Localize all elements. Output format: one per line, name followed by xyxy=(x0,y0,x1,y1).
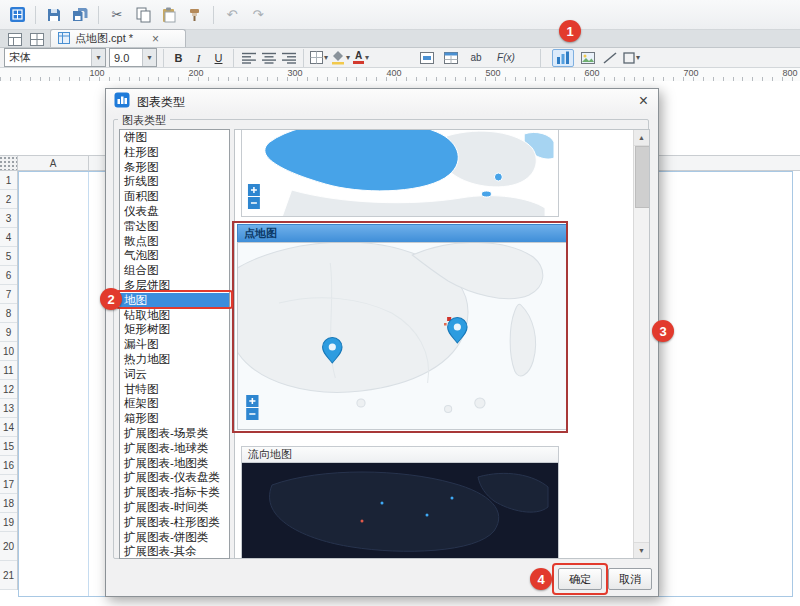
chart-type-item[interactable]: 框架图 xyxy=(120,396,229,411)
fill-color-button[interactable]: ▾ xyxy=(331,50,350,65)
paste-icon[interactable] xyxy=(158,4,180,26)
row-header[interactable]: 6 xyxy=(0,266,17,285)
row-header[interactable]: 10 xyxy=(0,342,17,361)
align-center-icon[interactable] xyxy=(260,50,277,66)
chart-type-item[interactable]: 甘特图 xyxy=(120,382,229,397)
insert-shape-button[interactable]: ▾ xyxy=(623,52,640,64)
save-all-icon[interactable] xyxy=(69,4,91,26)
chart-type-item[interactable]: 热力地图 xyxy=(120,352,229,367)
chevron-down-icon[interactable]: ▾ xyxy=(365,53,369,62)
format-painter-icon[interactable] xyxy=(184,4,206,26)
chart-type-item[interactable]: 组合图 xyxy=(120,263,229,278)
chart-type-item[interactable]: 散点图 xyxy=(120,234,229,249)
chart-type-item[interactable]: 钻取地图 xyxy=(120,308,229,323)
row-header[interactable]: 21 xyxy=(0,561,17,590)
bold-button[interactable]: B xyxy=(170,50,187,66)
row-header[interactable]: 19 xyxy=(0,513,17,532)
chart-type-item[interactable]: 条形图 xyxy=(120,160,229,175)
column-header-a[interactable]: A xyxy=(18,156,89,171)
chart-type-item[interactable]: 气泡图 xyxy=(120,248,229,263)
chart-type-item[interactable]: 柱形图 xyxy=(120,145,229,160)
dialog-titlebar[interactable]: 图表类型 × xyxy=(106,89,658,115)
chart-type-item[interactable]: 词云 xyxy=(120,367,229,382)
row-header[interactable]: 17 xyxy=(0,475,17,494)
chart-type-item[interactable]: 折线图 xyxy=(120,174,229,189)
flow-map-preview[interactable]: 流向地图 xyxy=(241,446,559,559)
insert-chart-icon[interactable] xyxy=(552,49,574,67)
borders-button[interactable]: ▾ xyxy=(310,51,328,64)
chart-type-item[interactable]: 多层饼图 xyxy=(120,278,229,293)
row-header[interactable]: 3 xyxy=(0,209,17,228)
chart-type-item[interactable]: 扩展图表-其余 xyxy=(120,544,229,559)
undo-icon[interactable]: ↶ xyxy=(221,4,243,26)
merge-cells-icon[interactable] xyxy=(418,50,435,66)
dialog-close-icon[interactable]: × xyxy=(639,92,648,110)
grid-view-icon[interactable] xyxy=(28,31,46,47)
scroll-down-icon[interactable]: ▼ xyxy=(634,542,649,558)
save-icon[interactable] xyxy=(43,4,65,26)
point-map-preview[interactable]: 点地图 xyxy=(237,224,567,430)
chart-type-item[interactable]: 雷达图 xyxy=(120,219,229,234)
font-color-button[interactable]: A ▾ xyxy=(353,51,369,64)
row-header[interactable]: 18 xyxy=(0,494,17,513)
template-list-icon[interactable] xyxy=(6,31,24,47)
scrollbar-thumb[interactable] xyxy=(635,146,650,208)
row-header[interactable]: 1 xyxy=(0,171,17,190)
chart-type-item[interactable]: 扩展图表-地图类 xyxy=(120,456,229,471)
cell-table-icon[interactable] xyxy=(442,50,459,66)
cancel-button[interactable]: 取消 xyxy=(608,568,652,590)
row-header[interactable]: 14 xyxy=(0,418,17,437)
row-header[interactable]: 12 xyxy=(0,380,17,399)
chevron-down-icon[interactable]: ▾ xyxy=(636,53,640,62)
formula-button[interactable]: F(x) xyxy=(493,50,519,66)
row-header[interactable]: 7 xyxy=(0,285,17,304)
chart-type-item[interactable]: 面积图 xyxy=(120,189,229,204)
row-header[interactable]: 4 xyxy=(0,228,17,247)
italic-button[interactable]: I xyxy=(190,50,207,66)
chart-type-item[interactable]: 地图 xyxy=(120,293,229,308)
align-right-icon[interactable] xyxy=(280,50,297,66)
chart-type-item[interactable]: 扩展图表-仪表盘类 xyxy=(120,470,229,485)
row-header[interactable]: 2 xyxy=(0,190,17,209)
redo-icon[interactable]: ↷ xyxy=(247,4,269,26)
underline-button[interactable]: U xyxy=(210,50,227,66)
cut-icon[interactable]: ✂ xyxy=(106,4,128,26)
chart-type-item[interactable]: 扩展图表-地球类 xyxy=(120,441,229,456)
chevron-down-icon[interactable]: ▾ xyxy=(91,49,105,66)
tab-close-icon[interactable]: × xyxy=(152,32,159,46)
chart-type-item[interactable]: 饼图 xyxy=(120,130,229,145)
chart-type-item[interactable]: 矩形树图 xyxy=(120,322,229,337)
preview-scrollbar[interactable]: ▲ ▼ xyxy=(633,130,649,558)
row-header[interactable]: 11 xyxy=(0,361,17,380)
chart-type-item[interactable]: 箱形图 xyxy=(120,411,229,426)
row-header[interactable]: 9 xyxy=(0,323,17,342)
row-header[interactable]: 16 xyxy=(0,456,17,475)
row-header[interactable]: 13 xyxy=(0,399,17,418)
row-header[interactable]: 5 xyxy=(0,247,17,266)
align-left-icon[interactable] xyxy=(240,50,257,66)
tab-active[interactable]: 点地图.cpt * × xyxy=(50,29,186,47)
row-header[interactable]: 8 xyxy=(0,304,17,323)
new-template-icon[interactable] xyxy=(6,4,28,26)
chart-type-item[interactable]: 漏斗图 xyxy=(120,337,229,352)
font-size-select[interactable]: 9.0 ▾ xyxy=(109,48,157,67)
chevron-down-icon[interactable]: ▾ xyxy=(324,53,328,62)
cell-text-button[interactable]: ab xyxy=(466,50,486,66)
row-header[interactable]: 15 xyxy=(0,437,17,456)
chart-type-item[interactable]: 扩展图表-时间类 xyxy=(120,500,229,515)
chart-type-item[interactable]: 扩展图表-柱形图类 xyxy=(120,515,229,530)
chevron-down-icon[interactable]: ▾ xyxy=(142,49,156,66)
copy-icon[interactable] xyxy=(132,4,154,26)
chart-type-item[interactable]: 扩展图表-饼图类 xyxy=(120,530,229,545)
select-all-corner[interactable] xyxy=(0,155,18,171)
chart-type-item[interactable]: 仪表盘 xyxy=(120,204,229,219)
insert-line-icon[interactable] xyxy=(601,50,618,66)
chevron-down-icon[interactable]: ▾ xyxy=(346,53,350,62)
region-map-preview[interactable] xyxy=(241,129,559,217)
font-family-select[interactable]: 宋体 ▾ xyxy=(4,48,106,67)
insert-image-icon[interactable] xyxy=(579,50,596,66)
chart-type-item[interactable]: 扩展图表-指标卡类 xyxy=(120,485,229,500)
scroll-up-icon[interactable]: ▲ xyxy=(634,130,649,146)
ok-button[interactable]: 确定 xyxy=(558,568,602,590)
chart-type-item[interactable]: 扩展图表-场景类 xyxy=(120,426,229,441)
